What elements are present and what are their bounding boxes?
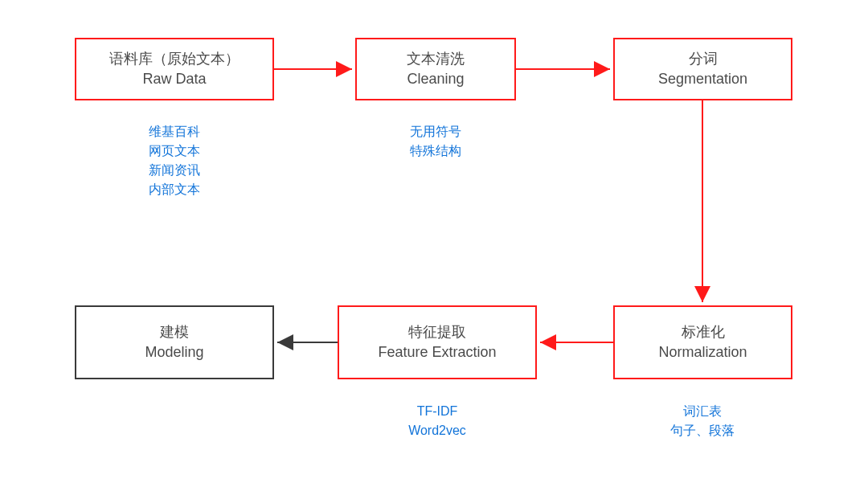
node-cleaning: 文本清洗 Cleaning [355,38,516,100]
notes-normalization: 词汇表 句子、段落 [662,402,743,440]
note-normalization-0: 词汇表 [683,402,722,421]
note-cleaning-0: 无用符号 [410,122,461,141]
node-rawdata-cn: 语料库（原始文本） [109,49,240,69]
node-segmentation-en: Segmentation [658,69,747,89]
node-feature-en: Feature Extraction [378,342,496,362]
node-modeling: 建模 Modeling [75,305,274,379]
node-modeling-en: Modeling [145,342,203,362]
node-feature-cn: 特征提取 [408,322,466,342]
note-rawdata-2: 新闻资讯 [149,161,200,180]
node-rawdata: 语料库（原始文本） Raw Data [75,38,274,100]
notes-cleaning: 无用符号 特殊结构 [394,122,477,161]
node-normalization-cn: 标准化 [682,322,725,342]
node-modeling-cn: 建模 [160,322,189,342]
notes-feature: TF-IDF Word2vec [397,402,477,440]
diagram-stage: 语料库（原始文本） Raw Data 文本清洗 Cleaning 分词 Segm… [0,0,868,483]
note-feature-1: Word2vec [408,421,466,440]
note-rawdata-0: 维基百科 [149,122,200,141]
note-normalization-1: 句子、段落 [670,421,735,440]
note-rawdata-3: 内部文本 [149,180,200,199]
notes-rawdata: 维基百科 网页文本 新闻资讯 内部文本 [133,122,216,199]
note-cleaning-1: 特殊结构 [410,141,461,161]
node-cleaning-cn: 文本清洗 [407,49,465,69]
note-rawdata-1: 网页文本 [149,141,200,161]
node-segmentation: 分词 Segmentation [613,38,792,100]
node-cleaning-en: Cleaning [407,69,464,89]
node-rawdata-en: Raw Data [142,69,206,89]
node-normalization-en: Normalization [658,342,747,362]
node-segmentation-cn: 分词 [689,49,718,69]
node-normalization: 标准化 Normalization [613,305,792,379]
note-feature-0: TF-IDF [417,402,458,421]
node-feature: 特征提取 Feature Extraction [338,305,537,379]
